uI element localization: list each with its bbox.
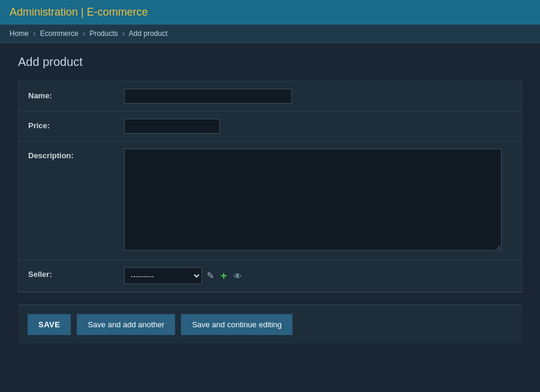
description-field [124, 149, 512, 252]
price-field [124, 119, 512, 134]
main-content: Add product Name: Price: Description: Se… [0, 43, 540, 355]
seller-edit-button[interactable]: ✎ [206, 269, 216, 282]
eye-icon: 👁 [233, 271, 242, 281]
description-row: Description: [19, 141, 521, 260]
seller-view-button[interactable]: 👁 [232, 270, 243, 282]
breadcrumb-products[interactable]: Products [89, 29, 117, 38]
pencil-icon: ✎ [207, 270, 215, 281]
seller-row: Seller: --------- ✎ + 👁 [19, 260, 521, 292]
action-bar: SAVE Save and add another Save and conti… [18, 304, 522, 343]
breadcrumb-current: Add product [129, 29, 168, 38]
price-input[interactable] [124, 119, 220, 134]
breadcrumb-sep-1: › [33, 29, 35, 38]
page-title: Add product [18, 55, 522, 69]
description-textarea[interactable] [124, 149, 502, 251]
seller-label: Seller: [28, 267, 124, 279]
site-header: Administration | E-commerce [0, 0, 540, 25]
save-button[interactable]: SAVE [28, 314, 71, 335]
price-row: Price: [19, 111, 521, 141]
name-row: Name: [19, 82, 521, 111]
breadcrumb-ecommerce[interactable]: Ecommerce [40, 29, 79, 38]
save-and-continue-button[interactable]: Save and continue editing [181, 314, 292, 335]
breadcrumb: Home › Ecommerce › Products › Add produc… [0, 25, 540, 43]
breadcrumb-home[interactable]: Home [10, 29, 29, 38]
seller-add-button[interactable]: + [219, 269, 228, 284]
header-title: Administration | E-commerce [10, 6, 148, 18]
add-product-form: Name: Price: Description: Seller: [18, 81, 522, 293]
price-label: Price: [28, 119, 124, 130]
save-and-add-button[interactable]: Save and add another [77, 314, 175, 335]
name-field [124, 89, 512, 104]
description-label: Description: [28, 149, 124, 160]
name-label: Name: [28, 89, 124, 100]
seller-controls: --------- ✎ + 👁 [124, 267, 512, 284]
breadcrumb-sep-3: › [122, 29, 125, 38]
breadcrumb-sep-2: › [83, 29, 85, 38]
seller-field: --------- ✎ + 👁 [124, 267, 512, 284]
name-input[interactable] [124, 89, 292, 104]
seller-select[interactable]: --------- [124, 267, 202, 284]
plus-icon: + [221, 270, 227, 282]
